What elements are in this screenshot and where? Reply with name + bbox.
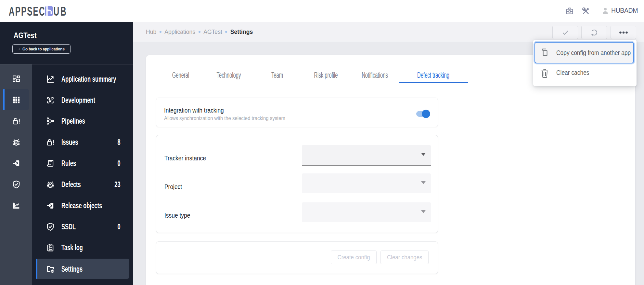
svg-text:APPSEC: APPSEC (9, 5, 45, 18)
svg-text:UB: UB (54, 5, 66, 18)
